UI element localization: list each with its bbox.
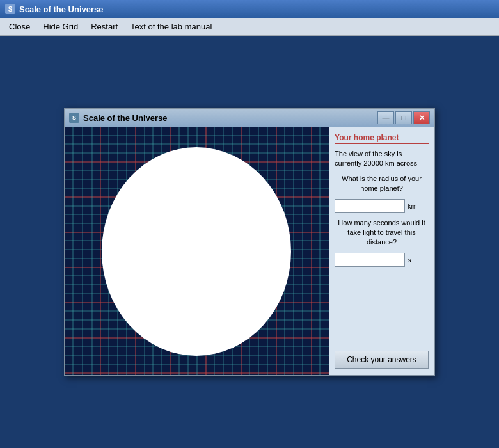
inner-window-title: Scale of the Universe: [83, 113, 374, 123]
inner-content: Your home planet The view of the sky is …: [65, 127, 434, 375]
radius-input-row: km: [335, 199, 429, 213]
maximize-button[interactable]: □: [395, 111, 412, 124]
inner-app-icon: S: [69, 113, 79, 123]
outer-window-title: Scale of the Universe: [19, 4, 104, 14]
svg-point-57: [102, 147, 291, 356]
menu-lab-manual[interactable]: Text of the lab manual: [124, 19, 218, 34]
menu-restart[interactable]: Restart: [84, 19, 124, 34]
grid-svg: [65, 127, 329, 375]
radius-unit: km: [408, 202, 417, 210]
radius-input[interactable]: [335, 199, 405, 213]
minimize-button[interactable]: —: [377, 111, 394, 124]
seconds-input[interactable]: [335, 253, 405, 267]
view-text: The view of the sky is currently 20000 k…: [335, 149, 429, 169]
panel-section-title: Your home planet: [335, 133, 429, 144]
right-panel: Your home planet The view of the sky is …: [329, 127, 434, 375]
question1: What is the radius of your home planet?: [335, 174, 429, 194]
seconds-unit: s: [408, 256, 411, 264]
question2: How many seconds would it take light to …: [335, 218, 429, 248]
menu-close[interactable]: Close: [3, 19, 36, 34]
outer-body: S Scale of the Universe — □ ✕: [0, 36, 499, 448]
inner-window: S Scale of the Universe — □ ✕: [64, 108, 435, 376]
outer-menubar: Close Hide Grid Restart Text of the lab …: [0, 18, 499, 36]
window-controls: — □ ✕: [377, 111, 430, 124]
check-answers-button[interactable]: Check your answers: [335, 351, 429, 369]
seconds-input-row: s: [335, 253, 429, 267]
menu-hide-grid[interactable]: Hide Grid: [36, 19, 84, 34]
panel-spacer: [335, 272, 429, 346]
inner-titlebar: S Scale of the Universe — □ ✕: [65, 109, 434, 127]
outer-titlebar: S Scale of the Universe: [0, 0, 499, 18]
canvas-area: [65, 127, 329, 375]
outer-app-icon: S: [5, 4, 15, 14]
outer-window: S Scale of the Universe Close Hide Grid …: [0, 0, 499, 448]
close-button[interactable]: ✕: [413, 111, 430, 124]
